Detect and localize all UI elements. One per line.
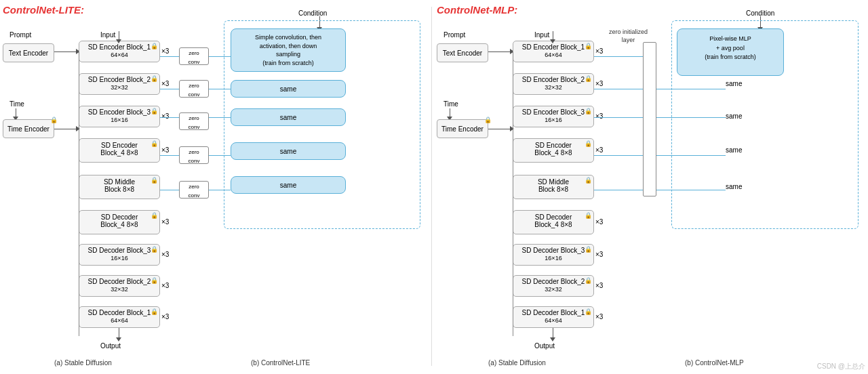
left-mult1: ×3 (161, 47, 169, 55)
right-title: ControlNet-MLP: (437, 4, 517, 16)
left-time-label: Time (9, 100, 24, 108)
left-sd-enc3: SD Encoder Block_316×16 🔒 (79, 106, 160, 127)
right-caption-sd: (a) Stable Diffusion (488, 359, 546, 367)
left-sd-dec3: SD Decoder Block_316×16 🔒 (79, 244, 160, 266)
right-mult3: ×3 (595, 112, 603, 120)
left-time-encoder: Time Encoder (3, 119, 54, 138)
left-multd1: ×3 (161, 313, 169, 320)
right-sd-enc1: SD Encoder Block_164×64 🔒 (513, 41, 594, 62)
left-sd-enc2: SD Encoder Block_232×32 🔒 (79, 73, 160, 95)
right-mlp-main: Pixel-wise MLP+ avg pool(train from scra… (677, 28, 784, 76)
right-zero-init-bar (643, 42, 656, 196)
left-sd-enc4: SD EncoderBlock_4 8×8 🔒 (79, 138, 160, 163)
left-zconv4: zeroconv (179, 146, 209, 164)
left-zconv2: zeroconv (179, 80, 209, 98)
left-ctrl5: same (231, 176, 346, 194)
watermark: CSDN @上总介 (817, 362, 865, 371)
left-zconv5: zeroconv (179, 181, 209, 199)
right-same2: same (726, 112, 742, 120)
right-multd2: ×3 (595, 282, 603, 289)
left-ctrl3: same (231, 108, 346, 126)
right-sd-middle: SD MiddleBlock 8×8 🔒 (513, 175, 594, 199)
right-same4: same (726, 183, 742, 190)
right-same3: same (726, 146, 742, 154)
right-time-encoder: Time Encoder (437, 119, 488, 138)
right-multd1: ×3 (595, 313, 603, 320)
left-text-encoder: Text Encoder (3, 43, 54, 62)
left-caption-ctrl: (b) ControlNet-LITE (251, 359, 310, 367)
right-text-encoder: Text Encoder (437, 43, 488, 62)
right-sd-dec3: SD Decoder Block_316×16 🔒 (513, 244, 594, 266)
left-condition-header: Condition (298, 9, 327, 17)
left-prompt-header: Prompt (9, 31, 31, 39)
right-mult4: ×3 (595, 146, 603, 154)
right-sd-dec4: SD DecoderBlock_4 8×8 🔒 (513, 210, 594, 234)
right-sd-enc2: SD Encoder Block_232×32 🔒 (513, 73, 594, 95)
left-ctrl2: same (231, 80, 346, 98)
right-mult1: ×3 (595, 47, 603, 55)
left-title: ControlNet-LITE: (3, 4, 84, 16)
right-sd-dec1: SD Decoder Block_164×64 🔒 (513, 306, 594, 328)
right-sd-dec2: SD Decoder Block_232×32 🔒 (513, 275, 594, 297)
left-sd-middle: SD MiddleBlock 8×8 🔒 (79, 175, 160, 199)
left-zconv3: zeroconv (179, 112, 209, 130)
left-mult4: ×3 (161, 146, 169, 154)
right-multd4: ×3 (595, 218, 603, 226)
left-sd-dec2: SD Decoder Block_232×32 🔒 (79, 275, 160, 297)
left-multd4: ×3 (161, 218, 169, 226)
right-sd-enc4: SD EncoderBlock_4 8×8 🔒 (513, 138, 594, 163)
right-output-label: Output (534, 342, 555, 350)
left-sd-dec1: SD Decoder Block_164×64 🔒 (79, 306, 160, 328)
right-caption-ctrl: (b) ControlNet-MLP (685, 359, 744, 367)
left-ctrl4: same (231, 142, 346, 160)
right-input-header: Input (534, 31, 549, 39)
right-multd3: ×3 (595, 251, 603, 258)
left-multd3: ×3 (161, 251, 169, 258)
left-input-header: Input (100, 31, 115, 39)
right-mult2: ×3 (595, 80, 603, 87)
left-sd-dec4: SD DecoderBlock_4 8×8 🔒 (79, 210, 160, 234)
left-ctrl1: Simple convolution, thenactivation, then… (231, 28, 346, 72)
right-sd-enc3: SD Encoder Block_316×16 🔒 (513, 106, 594, 127)
right-time-label: Time (443, 100, 458, 108)
left-mult3: ×3 (161, 112, 169, 120)
right-prompt-header: Prompt (443, 31, 465, 39)
left-mult2: ×3 (161, 80, 169, 87)
left-sd-enc1: SD Encoder Block_164×64 🔒 (79, 41, 160, 62)
left-multd2: ×3 (161, 282, 169, 289)
left-output-label: Output (100, 342, 121, 350)
left-caption-sd: (a) Stable Diffusion (54, 359, 112, 367)
right-same1: same (726, 80, 742, 87)
right-zero-init-label: zero initializedlayer (609, 28, 648, 44)
left-zconv1: zeroconv (179, 47, 209, 65)
